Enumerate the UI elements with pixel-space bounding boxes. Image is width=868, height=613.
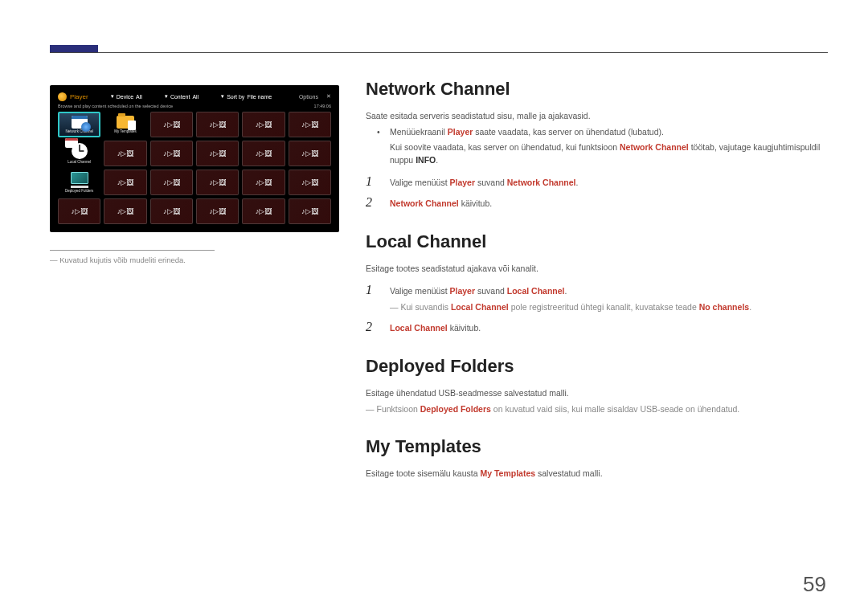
content-filter: ▾ Content All <box>165 93 199 100</box>
text: Kui suvandis <box>401 302 451 312</box>
player-header: Player <box>58 92 88 101</box>
media-icon: ♪▷🖼 <box>209 121 226 129</box>
step-2: 2 Local Channel käivitub. <box>366 320 828 334</box>
player-subtitle: Browse and play content scheduled on the… <box>58 104 173 108</box>
device-label: Device <box>117 94 133 100</box>
note-local: ―Kui suvandis Local Channel pole registr… <box>390 300 751 313</box>
text: Esitage toote sisemälu kausta <box>366 468 480 478</box>
note-deployed: ―Funktsioon Deployed Folders on kuvatud … <box>366 403 828 415</box>
tile-generic: ♪▷🖼 <box>150 141 193 166</box>
step-number: 1 <box>366 283 377 297</box>
media-icon: ♪▷🖼 <box>256 179 272 186</box>
text: suvand <box>475 178 507 187</box>
step-number: 2 <box>366 195 377 210</box>
text: on kuvatud vaid siis, kui malle sisaldav… <box>491 404 739 414</box>
heading-my-templates: My Templates <box>366 436 828 457</box>
sort-label: Sort by <box>227 94 244 100</box>
step-1: 1 Valige menüüst Player suvand Network C… <box>366 174 828 189</box>
caption-text: Kuvatud kujutis võib mudeliti erineda. <box>59 255 186 264</box>
section-deployed-folders: Deployed Folders Esitage ühendatud USB-s… <box>366 356 828 416</box>
tile-label: My Templates <box>114 130 137 134</box>
nc-ref: Network Channel <box>390 198 459 208</box>
step-number: 2 <box>366 320 377 334</box>
desc-deployed: Esitage ühendatud USB-seadmesse salvesta… <box>366 386 828 399</box>
tile-generic: ♪▷🖼 <box>242 198 285 224</box>
heading-network-channel: Network Channel <box>366 79 828 100</box>
sort-filter: ▾ Sort by File name <box>221 93 272 100</box>
heading-local-channel: Local Channel <box>366 231 828 252</box>
media-icon: ♪▷🖼 <box>301 150 318 157</box>
options-label: Options <box>299 94 318 100</box>
step-1: 1 Valige menüüst Player suvand Local Cha… <box>366 283 828 314</box>
desc-local: Esitage tootes seadistatud ajakava või k… <box>366 262 828 275</box>
media-icon: ♪▷🖼 <box>163 121 180 129</box>
text: Menüüekraanil <box>390 127 448 137</box>
media-icon: ♪▷🖼 <box>301 179 318 186</box>
media-icon: ♪▷🖼 <box>301 121 318 129</box>
tile-label: Local Channel <box>68 161 91 165</box>
caption-note: ― Kuvatud kujutis võib mudeliti erineda. <box>50 250 215 264</box>
player-icon <box>58 92 67 101</box>
text: salvestatud malli. <box>535 468 602 478</box>
tile-my-templates: My Templates <box>104 112 146 137</box>
step-number: 1 <box>366 174 377 189</box>
chevron-down-icon: ▾ <box>165 93 168 100</box>
tile-generic: ♪▷🖼 <box>289 112 331 137</box>
player-screenshot: Player ▾ Device All ▾ Content All ▾ Sort… <box>50 85 339 232</box>
device-filter: ▾ Device All <box>111 93 142 100</box>
text: Kui soovite vaadata, kas server on ühend… <box>390 142 620 152</box>
text: suvand <box>475 286 507 296</box>
close-icon: ✕ <box>326 93 331 100</box>
lc-ref: Local Channel <box>390 323 448 333</box>
tile-generic: ♪▷🖼 <box>289 198 331 224</box>
media-icon: ♪▷🖼 <box>71 208 88 215</box>
template-icon <box>71 172 88 184</box>
text: saate vaadata, kas server on ühendatud (… <box>473 127 664 137</box>
media-icon: ♪▷🖼 <box>117 150 134 157</box>
tile-generic: ♪▷🖼 <box>150 198 193 224</box>
chevron-down-icon: ▾ <box>111 93 114 100</box>
media-icon: ♪▷🖼 <box>301 208 318 215</box>
nc-ref: Network Channel <box>507 178 576 187</box>
header-rule <box>50 52 828 53</box>
media-icon: ♪▷🖼 <box>163 179 180 186</box>
media-icon: ♪▷🖼 <box>117 179 134 186</box>
text: Valige menüüst <box>390 286 450 296</box>
media-icon: ♪▷🖼 <box>163 208 180 215</box>
globe-icon <box>81 122 91 132</box>
tile-generic: ♪▷🖼 <box>196 141 239 166</box>
tile-label: Deployed Folders <box>65 190 93 194</box>
media-icon: ♪▷🖼 <box>209 179 226 186</box>
df-ref: Deployed Folders <box>420 404 491 414</box>
text: Valige menüüst <box>390 178 450 187</box>
section-network-channel: Network Channel Saate esitada serveris s… <box>366 79 828 210</box>
heading-deployed-folders: Deployed Folders <box>366 356 828 377</box>
tile-generic: ♪▷🖼 <box>196 198 239 224</box>
text: Funktsioon <box>377 404 420 414</box>
tile-generic: ♪▷🖼 <box>289 170 331 195</box>
media-icon: ♪▷🖼 <box>256 150 272 157</box>
nc-ref: No channels <box>699 302 749 312</box>
content-value: All <box>192 94 199 100</box>
tile-local-channel: Local Channel <box>58 141 100 166</box>
clock-icon <box>72 143 88 159</box>
tile-generic: ♪▷🖼 <box>242 141 285 166</box>
lc-ref: Local Channel <box>451 302 509 312</box>
mt-ref: My Templates <box>480 468 535 478</box>
text: käivitub. <box>448 323 481 333</box>
media-icon: ♪▷🖼 <box>256 121 272 129</box>
nc-ref: Network Channel <box>620 142 689 152</box>
tile-generic: ♪▷🖼 <box>104 170 146 195</box>
player-clock: 17:49:06 <box>314 104 331 108</box>
player-ref: Player <box>448 127 473 137</box>
desc-network: Saate esitada serveris seadistatud sisu,… <box>366 109 828 122</box>
text: pole registreeritud ühtegi kanalit, kuva… <box>509 302 699 312</box>
tile-generic: ♪▷🖼 <box>58 198 100 224</box>
chevron-down-icon: ▾ <box>221 93 224 100</box>
document-icon <box>128 121 136 130</box>
bullet-1: Menüüekraanil Player saate vaadata, kas … <box>380 125 828 138</box>
section-my-templates: My Templates Esitage toote sisemälu kaus… <box>366 436 828 480</box>
lc-ref: Local Channel <box>507 286 565 296</box>
player-label: Player <box>70 93 88 100</box>
tile-generic: ♪▷🖼 <box>104 141 146 166</box>
